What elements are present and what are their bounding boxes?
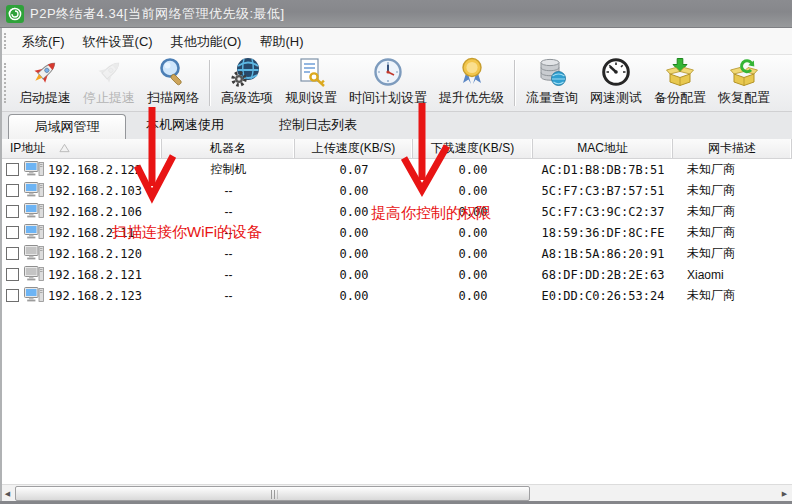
magnifier-icon — [157, 56, 189, 88]
download-speed: 0.00 — [413, 222, 533, 243]
table-row[interactable]: 192.168.2.123 -- 0.00 0.00 E0:DD:C0:26:5… — [0, 285, 792, 306]
toolbar-button[interactable]: 时间计划设置 — [343, 55, 433, 111]
vendor-name: 未知厂商 — [673, 285, 792, 306]
vendor-name: Xiaomi — [673, 264, 792, 285]
table-body: 192.168.2.122 控制机 0.07 0.00 AC:D1:B8:DB:… — [0, 159, 792, 306]
window-left-edge — [0, 28, 2, 501]
machine-name: -- — [162, 243, 295, 264]
mac-address: 5C:F7:C3:9C:C2:37 — [533, 201, 673, 222]
table-row[interactable]: 192.168.2.11 -- 0.00 0.00 18:59:36:DF:8C… — [0, 222, 792, 243]
table-row[interactable]: 192.168.2.106 -- 0.00 0.00 5C:F7:C3:9C:C… — [0, 201, 792, 222]
column-header[interactable]: 上传速度(KB/S) — [295, 139, 413, 158]
vendor-name: 未知厂商 — [673, 180, 792, 201]
horizontal-scrollbar[interactable]: ◀ ▶ — [0, 484, 792, 501]
menu-bar: 系统(F)软件设置(C)其他功能(O)帮助(H) — [0, 28, 792, 55]
scrollbar-thumb[interactable] — [15, 486, 530, 501]
row-checkbox[interactable] — [6, 289, 19, 302]
toolbar-button[interactable]: 停止提速 — [77, 55, 141, 111]
upload-speed: 0.00 — [295, 222, 413, 243]
download-speed: 0.00 — [413, 264, 533, 285]
column-header[interactable]: IP地址 — [0, 139, 162, 158]
clock-icon — [372, 56, 404, 88]
menu-item[interactable]: 软件设置(C) — [74, 28, 162, 55]
toolbar-separator — [514, 60, 516, 106]
toolbar: 启动提速 停止提速 扫描网络 高级选项 规则设置 — [0, 55, 792, 112]
computer-icon — [24, 287, 44, 304]
mac-address: 5C:F7:C3:B7:57:51 — [533, 180, 673, 201]
toolbar-button[interactable]: 规则设置 — [279, 55, 343, 111]
ip-address: 192.168.2.121 — [48, 268, 142, 282]
toolbar-button[interactable]: 高级选项 — [215, 55, 279, 111]
table-row[interactable]: 192.168.2.120 -- 0.00 0.00 A8:1B:5A:86:2… — [0, 243, 792, 264]
toolbar-button[interactable]: 提升优先级 — [433, 55, 510, 111]
computer-icon — [24, 182, 44, 199]
row-checkbox[interactable] — [6, 268, 19, 281]
mac-address: E0:DD:C0:26:53:24 — [533, 285, 673, 306]
upload-speed: 0.07 — [295, 159, 413, 180]
download-speed: 0.00 — [413, 159, 533, 180]
upload-speed: 0.00 — [295, 243, 413, 264]
column-header[interactable]: 下载速度(KB/S) — [413, 139, 533, 158]
ip-address: 192.168.2.11 — [48, 226, 135, 240]
menu-item[interactable]: 帮助(H) — [250, 28, 312, 55]
scrollbar-grip-icon — [268, 490, 277, 499]
vendor-name: 未知厂商 — [673, 222, 792, 243]
machine-name: -- — [162, 222, 295, 243]
mac-address: AC:D1:B8:DB:7B:51 — [533, 159, 673, 180]
globe-gear-icon — [231, 56, 263, 88]
row-checkbox[interactable] — [6, 226, 19, 239]
toolbar-grip[interactable] — [4, 63, 7, 103]
table-row[interactable]: 192.168.2.121 -- 0.00 0.00 68:DF:DD:2B:2… — [0, 264, 792, 285]
rocket-stop-icon — [93, 56, 125, 88]
upload-speed: 0.00 — [295, 264, 413, 285]
row-checkbox[interactable] — [6, 205, 19, 218]
table-row[interactable]: 192.168.2.122 控制机 0.07 0.00 AC:D1:B8:DB:… — [0, 159, 792, 180]
download-speed: 0.00 — [413, 201, 533, 222]
menubar-grip[interactable] — [4, 33, 7, 49]
machine-name: -- — [162, 285, 295, 306]
upload-speed: 0.00 — [295, 180, 413, 201]
tab-1[interactable]: 局域网管理 — [8, 114, 126, 139]
table-row[interactable]: 192.168.2.103 -- 0.00 0.00 5C:F7:C3:B7:5… — [0, 180, 792, 201]
download-speed: 0.00 — [413, 180, 533, 201]
toolbar-button[interactable]: 启动提速 — [13, 55, 77, 111]
row-checkbox[interactable] — [6, 163, 19, 176]
toolbar-button[interactable]: 扫描网络 — [141, 55, 205, 111]
vendor-name: 未知厂商 — [673, 159, 792, 180]
backup-box-icon — [664, 56, 696, 88]
database-globe-icon — [536, 56, 568, 88]
toolbar-button[interactable]: 网速测试 — [584, 55, 648, 111]
scroll-right-arrow-icon[interactable]: ▶ — [777, 485, 792, 502]
document-key-icon — [295, 56, 327, 88]
column-header[interactable]: 机器名 — [162, 139, 295, 158]
menu-item[interactable]: 系统(F) — [13, 28, 74, 55]
scroll-left-arrow-icon[interactable]: ◀ — [0, 485, 15, 502]
tab-3[interactable]: 控制日志列表 — [244, 112, 392, 139]
computer-icon — [24, 224, 44, 241]
ip-address: 192.168.2.106 — [48, 205, 142, 219]
toolbar-button[interactable]: 恢复配置 — [712, 55, 776, 111]
computer-icon — [24, 245, 44, 262]
ip-address: 192.168.2.103 — [48, 184, 142, 198]
menu-item[interactable]: 其他功能(O) — [162, 28, 251, 55]
computer-icon — [24, 266, 44, 283]
restore-box-icon — [728, 56, 760, 88]
mac-address: 18:59:36:DF:8C:FE — [533, 222, 673, 243]
row-checkbox[interactable] — [6, 184, 19, 197]
machine-name: 控制机 — [162, 159, 295, 180]
toolbar-button[interactable]: 备份配置 — [648, 55, 712, 111]
upload-speed: 0.00 — [295, 285, 413, 306]
column-header[interactable]: MAC地址 — [533, 139, 673, 158]
toolbar-button[interactable]: 流量查询 — [520, 55, 584, 111]
vendor-name: 未知厂商 — [673, 201, 792, 222]
device-table: IP地址 机器名 上传速度(KB/S) 下载速度(KB/S) MAC地址 网卡描… — [0, 139, 792, 484]
tab-bar: 局域网管理本机网速使用控制日志列表 — [0, 112, 792, 139]
ip-address: 192.168.2.122 — [48, 163, 142, 177]
ip-address: 192.168.2.123 — [48, 289, 142, 303]
row-checkbox[interactable] — [6, 247, 19, 260]
table-header: IP地址 机器名 上传速度(KB/S) 下载速度(KB/S) MAC地址 网卡描… — [0, 139, 792, 159]
machine-name: -- — [162, 264, 295, 285]
rocket-icon — [29, 56, 61, 88]
tab-2[interactable]: 本机网速使用 — [126, 112, 244, 139]
column-header[interactable]: 网卡描述 — [673, 139, 792, 158]
